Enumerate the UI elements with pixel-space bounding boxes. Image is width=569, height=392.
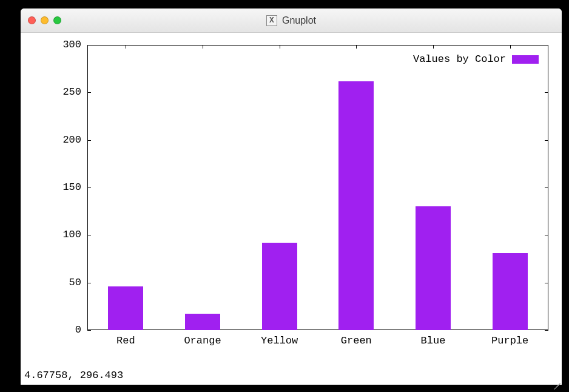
app-window: X Gnuplot 050100150200250300 RedOrangeYe…	[21, 8, 562, 385]
y-tick-label: 200	[51, 134, 81, 146]
traffic-lights	[28, 16, 61, 24]
y-tick	[87, 140, 91, 141]
x-tick	[203, 45, 203, 49]
bar	[108, 286, 143, 330]
title-center: X Gnuplot	[21, 15, 562, 26]
y-tick-label: 300	[51, 39, 81, 50]
y-tick	[545, 45, 548, 46]
y-tick	[87, 188, 91, 188]
window-title: Gnuplot	[282, 15, 316, 26]
y-tick	[545, 235, 548, 235]
x-tick-label: Green	[326, 335, 386, 346]
y-tick	[545, 330, 548, 331]
bar	[185, 314, 220, 330]
y-tick-label: 100	[51, 229, 81, 240]
plot-top-border	[87, 45, 548, 46]
x-tick-label: Blue	[403, 335, 463, 346]
plot-area[interactable]	[87, 45, 548, 330]
y-tick-label: 250	[51, 86, 81, 98]
legend-swatch	[512, 55, 539, 64]
resize-grip[interactable]	[551, 374, 561, 384]
titlebar[interactable]: X Gnuplot	[21, 8, 562, 33]
y-tick	[545, 140, 548, 141]
bar	[338, 81, 374, 330]
x-tick	[126, 45, 126, 49]
y-tick	[87, 330, 91, 331]
x-tick-label: Red	[95, 335, 156, 346]
close-button[interactable]	[28, 16, 36, 24]
zoom-button[interactable]	[53, 16, 61, 24]
bar	[416, 206, 451, 330]
bar	[493, 253, 528, 330]
x-tick-label: Orange	[172, 335, 233, 346]
x-axis	[87, 329, 548, 330]
x-tick-label: Yellow	[249, 335, 310, 346]
x-tick	[356, 45, 357, 49]
y-tick	[545, 283, 548, 283]
y-tick-label: 150	[51, 181, 81, 193]
x-tick	[280, 45, 280, 49]
legend-label: Values by Color	[413, 53, 506, 65]
y-tick	[87, 92, 91, 93]
bar	[262, 243, 297, 330]
x11-icon: X	[266, 15, 277, 26]
x-tick	[510, 45, 511, 49]
y-tick-label: 0	[51, 324, 81, 336]
plot-content[interactable]: 050100150200250300 RedOrangeYellowGreenB…	[21, 33, 562, 385]
y-tick	[545, 188, 548, 188]
x-tick-label: Purple	[480, 335, 540, 346]
x-tick	[433, 45, 434, 49]
cursor-coords: 4.67758, 296.493	[24, 370, 123, 381]
y-tick	[87, 45, 91, 46]
y-tick	[87, 235, 91, 235]
y-tick-label: 50	[51, 277, 81, 288]
y-tick	[545, 92, 548, 93]
y-tick	[87, 283, 91, 283]
minimize-button[interactable]	[41, 16, 49, 24]
legend: Values by Color	[413, 53, 539, 65]
